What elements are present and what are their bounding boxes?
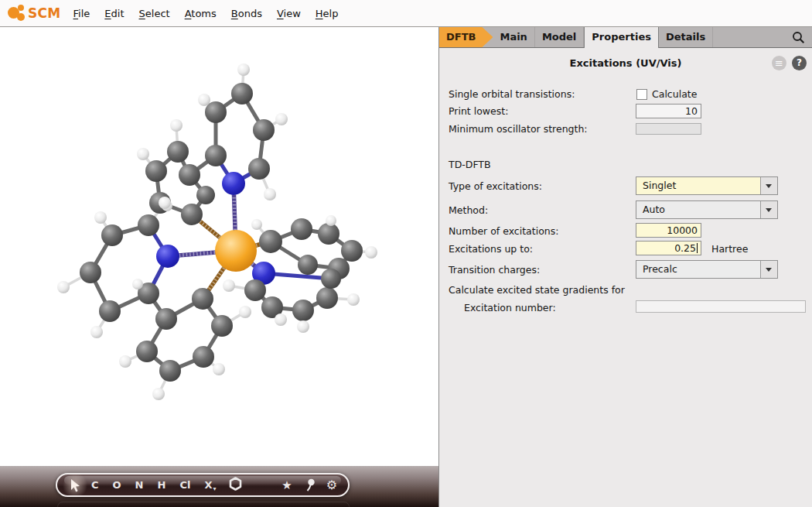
print-lowest-input[interactable]: 10 — [636, 104, 701, 118]
molecule-canvas[interactable] — [0, 27, 438, 507]
panel-menu-button[interactable]: ≡ — [772, 56, 786, 70]
atom-H[interactable] — [275, 313, 287, 326]
atom-C[interactable] — [321, 269, 341, 289]
atom-C[interactable] — [99, 300, 121, 322]
atom-H[interactable] — [57, 281, 70, 293]
transition-charges-value: Precalc — [636, 261, 760, 278]
atom-H[interactable] — [90, 326, 103, 338]
atom-H[interactable] — [326, 215, 336, 226]
menu-atoms[interactable]: Atoms — [185, 8, 217, 19]
help-button[interactable]: ? — [792, 56, 807, 70]
atom-C[interactable] — [341, 240, 363, 262]
element-O-button[interactable]: O — [113, 479, 121, 491]
method-select[interactable]: Auto — [636, 200, 778, 219]
atom-H[interactable] — [347, 293, 360, 306]
atom-C[interactable] — [192, 288, 213, 310]
element-C-button[interactable]: C — [91, 479, 99, 491]
ring-tool[interactable] — [229, 477, 242, 493]
atom-H[interactable] — [223, 279, 235, 292]
atom-C[interactable] — [205, 101, 227, 123]
atom-C[interactable] — [244, 279, 266, 301]
menu-help[interactable]: Help — [316, 8, 339, 19]
tab-main[interactable]: Main — [493, 27, 534, 47]
element-H-button[interactable]: H — [158, 479, 166, 491]
chevron-down-icon[interactable] — [760, 177, 777, 194]
chevron-down-icon[interactable] — [760, 261, 777, 278]
atom-C[interactable] — [231, 83, 253, 104]
atom-H[interactable] — [264, 188, 276, 200]
min-oscillator-input[interactable] — [636, 123, 701, 135]
atom-H[interactable] — [94, 211, 107, 224]
atom-C[interactable] — [291, 218, 312, 240]
tab-dftb[interactable]: DFTB — [439, 27, 493, 47]
atom-N[interactable] — [222, 172, 245, 195]
atom-C[interactable] — [167, 141, 189, 163]
atom-M[interactable] — [215, 230, 257, 272]
menu-edit[interactable]: Edit — [104, 8, 124, 19]
atom-H[interactable] — [251, 219, 262, 230]
atom-C[interactable] — [138, 214, 159, 236]
element-dropdown-arrow-icon[interactable]: ▾ — [213, 485, 216, 492]
atom-C[interactable] — [298, 255, 318, 275]
search-icon[interactable] — [792, 31, 805, 44]
atom-N[interactable] — [156, 245, 179, 268]
scm-input-window: SCM FileEditSelectAtomsBondsViewHelp — [0, 0, 812, 507]
atom-C[interactable] — [159, 360, 181, 382]
atom-H[interactable] — [237, 63, 250, 76]
atom-C[interactable] — [181, 204, 203, 225]
atom-C[interactable] — [196, 186, 215, 204]
atom-C[interactable] — [145, 160, 167, 182]
atom-C[interactable] — [80, 262, 101, 283]
number-of-excitations-input[interactable]: 10000 — [636, 223, 701, 238]
atom-H[interactable] — [239, 306, 251, 318]
atom-C[interactable] — [193, 346, 214, 368]
transition-charges-select[interactable]: Precalc — [636, 260, 778, 279]
atom-H[interactable] — [198, 94, 210, 106]
element-Cl-button[interactable]: Cl — [179, 479, 190, 491]
atom-C[interactable] — [259, 230, 282, 253]
settings-tool[interactable]: ⚙ — [326, 478, 337, 492]
excitation-number-input[interactable] — [636, 300, 806, 313]
atom-C[interactable] — [205, 145, 227, 166]
atom-C[interactable] — [318, 223, 339, 245]
menu-file[interactable]: File — [73, 8, 90, 19]
atom-H[interactable] — [170, 119, 183, 132]
structure-tool[interactable]: ★ — [281, 478, 292, 492]
atom-H[interactable] — [152, 388, 165, 400]
tab-model[interactable]: Model — [535, 27, 584, 47]
menu-items: FileEditSelectAtomsBondsViewHelp — [73, 8, 353, 19]
menu-bar: SCM FileEditSelectAtomsBondsViewHelp — [0, 0, 812, 27]
atom-H[interactable] — [119, 355, 131, 368]
type-of-excitations-select[interactable]: Singlet — [636, 176, 778, 195]
atom-H[interactable] — [297, 320, 309, 333]
atom-C[interactable] — [248, 158, 270, 180]
tab-properties[interactable]: Properties — [584, 27, 659, 48]
menu-view[interactable]: View — [277, 8, 301, 19]
chevron-down-icon[interactable] — [760, 201, 777, 218]
atom-C[interactable] — [136, 341, 158, 362]
atom-H[interactable] — [365, 246, 377, 259]
atom-H[interactable] — [132, 279, 143, 289]
atom-C[interactable] — [292, 300, 314, 321]
atom-H[interactable] — [275, 113, 288, 125]
atom-H[interactable] — [159, 197, 171, 209]
atom-C[interactable] — [101, 224, 123, 246]
atom-C[interactable] — [253, 119, 275, 141]
molecule-viewer[interactable]: CONHClX▾★⚙ — [0, 27, 439, 507]
element-N-button[interactable]: N — [135, 479, 144, 491]
bond-tool[interactable] — [305, 478, 316, 492]
excitations-up-to-input[interactable]: 0.25 — [636, 241, 701, 255]
atom-C[interactable] — [316, 287, 338, 309]
atom-H[interactable] — [137, 148, 149, 160]
excitations-up-to-label: Excitations up to: — [449, 243, 533, 255]
atom-C[interactable] — [211, 315, 233, 337]
atom-H[interactable] — [213, 363, 225, 375]
tab-details[interactable]: Details — [659, 27, 713, 47]
element-X-button[interactable]: X▾ — [204, 479, 215, 491]
menu-select[interactable]: Select — [139, 8, 170, 19]
calculate-checkbox[interactable] — [636, 89, 647, 100]
menu-bonds[interactable]: Bonds — [231, 8, 262, 19]
atom-C[interactable] — [179, 164, 200, 186]
pointer-tool[interactable] — [70, 479, 80, 492]
atom-C[interactable] — [155, 308, 177, 330]
